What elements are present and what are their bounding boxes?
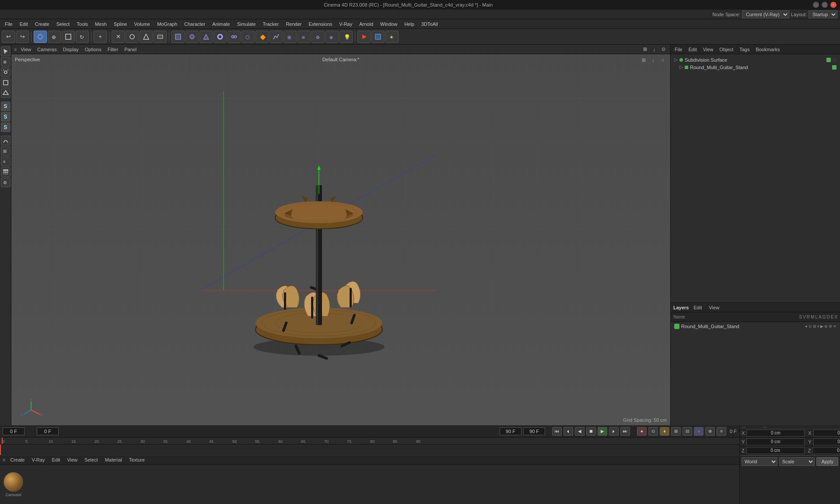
vp-fullscreen-icon[interactable]: ⊞ [640,56,648,64]
mat-edit-menu[interactable]: Edit [49,457,62,463]
menu-mesh[interactable]: Mesh [92,21,110,28]
layer-icon-1[interactable]: ● [805,324,807,329]
render-settings[interactable] [371,31,385,43]
timeline-track[interactable] [0,444,739,455]
nurbs-tool[interactable]: ⊞ [284,31,297,43]
cloner-tool[interactable]: ⊕ [326,31,339,43]
coord-x-size[interactable]: 0 cm [813,430,840,437]
next-frame-button[interactable]: ⏵ [609,427,619,436]
menu-render[interactable]: Render [283,21,304,28]
select-rect-tool[interactable] [126,31,139,43]
mat-select-menu[interactable]: Select [82,457,100,463]
go-start-button[interactable]: ⏮ [552,427,562,436]
mat-menu-toggle[interactable]: ≡ [3,457,5,462]
stop-button[interactable]: ⏹ [586,427,596,436]
go-end-button[interactable]: ⏭ [620,427,630,436]
layout-select[interactable]: Startup [808,10,837,18]
vp-view-menu[interactable]: View [18,46,33,52]
left-btn-move[interactable]: ⊕ [1,57,10,66]
vp-icon-2[interactable]: ↓ [651,46,658,52]
left-btn-gear[interactable]: ⚙ [1,178,10,187]
left-btn-bend[interactable] [1,136,10,145]
layer-icon-7[interactable]: ⚙ [829,324,832,329]
end-frame-input-1[interactable] [500,427,522,435]
menu-edit[interactable]: Edit [17,21,31,28]
object-tool-1[interactable] [228,31,241,43]
spline-tool[interactable] [270,31,283,43]
current-frame-input[interactable] [3,427,24,435]
playback-mode-1[interactable]: ⊞ [671,427,681,436]
vp-render-icon[interactable]: ○ [659,56,667,64]
key-all-button[interactable]: ♦ [660,427,669,436]
nodespace-select[interactable]: Current (V-Ray) [742,10,789,18]
menu-create[interactable]: Create [32,21,52,28]
obj-guitar-stand[interactable]: ▷ Round_Multi_Guitar_Stand [672,63,838,71]
obj-edit-menu[interactable]: Edit [686,46,699,52]
layer-icon-5[interactable]: ▶ [820,324,823,329]
layer-icon-6[interactable]: ⊕ [824,324,828,329]
auto-key-button[interactable]: ⊙ [648,427,658,436]
menu-simulate[interactable]: Simulate [234,21,259,28]
scale-tool[interactable] [62,31,75,43]
undo-button[interactable]: ↩ [2,31,15,43]
object-tool-2[interactable]: ⬡ [242,31,255,43]
coord-x-pos[interactable]: 0 cm [746,430,805,437]
layer-icon-2[interactable]: ⊙ [808,324,812,329]
world-select[interactable]: World [742,457,777,466]
start-frame-input[interactable] [37,427,59,435]
maximize-button[interactable]: □ [822,2,828,8]
end-frame-input-2[interactable] [523,427,545,435]
left-btn-edges[interactable] [1,78,10,88]
menu-tracker[interactable]: Tracker [260,21,282,28]
select-model-tool[interactable] [34,31,47,43]
menu-select[interactable]: Select [53,21,73,28]
menu-extensions[interactable]: Extensions [305,21,335,28]
left-btn-s3[interactable]: S [1,122,10,132]
viewport-3d[interactable]: Perspective Default Camera:* Grid Spacin… [11,54,670,425]
viewport-render-btn[interactable]: ☀ [385,31,399,43]
cone-tool[interactable] [200,31,213,43]
redo-button[interactable]: ↪ [16,31,29,43]
deform-tool[interactable]: ≋ [298,31,311,43]
mat-material-menu[interactable]: Material [103,457,124,463]
prev-frame-button[interactable]: ⏴ [564,427,573,436]
sphere-tool[interactable] [186,31,199,43]
vp-cameras-menu[interactable]: Cameras [35,46,59,52]
vp-icon-3[interactable]: ⊙ [659,46,668,52]
play-button[interactable]: ▶ [598,427,607,436]
left-btn-s2[interactable]: S [1,112,10,122]
select-lasso-tool[interactable] [154,31,167,43]
playback-mode-3[interactable]: ○ [694,427,704,436]
left-btn-grid[interactable]: ⊞ [1,146,10,156]
left-btn-select[interactable] [1,46,10,56]
render-button[interactable] [357,31,371,43]
box-tool[interactable] [172,31,185,43]
move-tool[interactable]: ⊕ [48,31,61,43]
torus-tool[interactable] [214,31,227,43]
left-btn-layer[interactable]: ≡ [1,157,10,166]
apply-button[interactable]: Apply [816,457,838,466]
select-live-tool[interactable]: ✕ [112,31,125,43]
layer-icon-8[interactable]: ✕ [833,324,836,329]
vp-menu-toggle[interactable]: ≡ [14,47,17,52]
obj-subdivision-surface[interactable]: ▷ Subdivision Surface [672,56,838,63]
light-tool[interactable]: 💡 [340,31,353,43]
scale-select[interactable]: Scale [779,457,815,466]
record-button[interactable]: ● [637,427,647,436]
vp-camera-icon[interactable]: ↓ [649,56,657,64]
mat-vray-menu[interactable]: V-Ray [29,457,47,463]
left-btn-polys[interactable] [1,88,10,98]
layer-icon-4[interactable]: ≡ [817,324,819,329]
minimize-button[interactable]: ─ [813,2,819,8]
menu-character[interactable]: Character [181,21,208,28]
menu-vray[interactable]: V-Ray [336,21,355,28]
playback-mode-5[interactable]: ≡ [717,427,726,436]
mat-view-menu[interactable]: View [65,457,80,463]
playback-mode-2[interactable]: ⊟ [682,427,692,436]
vp-display-menu[interactable]: Display [61,46,81,52]
play-reverse-button[interactable]: ◀ [575,427,584,436]
object-tool-3[interactable]: 🔶 [256,31,269,43]
obj-view-menu[interactable]: View [701,46,716,52]
coord-z-pos[interactable]: 0 cm [746,447,805,454]
obj-tags-menu[interactable]: Tags [737,46,752,52]
